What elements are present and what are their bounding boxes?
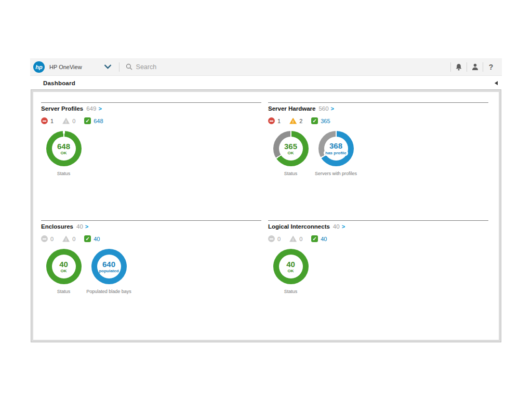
app-name-label: HP OneView	[49, 64, 82, 70]
notifications-bell-icon[interactable]	[451, 58, 467, 76]
status-summary: 0 0 ✓ 40	[41, 235, 261, 242]
donut-value: 640	[102, 260, 115, 269]
status-summary: 1 2 ✓ 365	[268, 117, 488, 124]
panel-title: Server Hardware	[268, 105, 315, 112]
ok-stat[interactable]: ✓ 365	[311, 117, 330, 124]
warning-icon	[62, 118, 70, 124]
critical-stat[interactable]: 1	[41, 117, 54, 124]
donut-caption: Status	[57, 289, 71, 294]
warning-stat: 0	[289, 236, 302, 242]
chevron-right-icon[interactable]: >	[342, 223, 345, 230]
chevron-down-icon[interactable]	[104, 64, 112, 69]
panel-server-profiles: Server Profiles 649 > 1 0 ✓ 648	[41, 102, 261, 176]
donut-center: 640 populated	[97, 255, 121, 278]
divider	[119, 62, 119, 72]
ok-check-icon: ✓	[311, 235, 318, 242]
panel-link-logical-interconnects[interactable]: Logical Interconnects 40 >	[268, 223, 488, 230]
donut-caption: Populated blade bays	[86, 289, 131, 294]
status-donut-block: 40 OK Status	[268, 249, 313, 294]
donut-chart-populated-blade-bays[interactable]: 640 populated	[91, 249, 127, 284]
critical-count: 0	[277, 236, 281, 242]
critical-stat[interactable]: 1	[268, 117, 281, 124]
ok-check-icon: ✓	[84, 117, 91, 124]
panel-divider	[268, 220, 488, 221]
donut-center: 40 OK	[52, 255, 76, 278]
collapse-panel-icon[interactable]	[495, 81, 498, 85]
status-summary: 0 0 ✓ 40	[268, 235, 488, 242]
chevron-right-icon[interactable]: >	[85, 223, 88, 230]
blade-bays-donut-block: 640 populated Populated blade bays	[86, 249, 131, 294]
ok-count: 365	[321, 118, 330, 124]
panel-enclosures: Enclosures 40 > 0 0 ✓ 40	[41, 220, 261, 294]
top-right-icons: ?	[450, 58, 499, 76]
top-bar: hp HP OneView	[30, 58, 502, 76]
status-donut-block: 40 OK Status	[41, 249, 86, 294]
warning-icon	[62, 236, 70, 242]
donut-chart-status[interactable]: 648 OK	[46, 131, 82, 166]
donut-sub-label: has profile	[324, 150, 348, 156]
donut-chart-status[interactable]: 40 OK	[46, 249, 82, 284]
donut-center: 365 OK	[279, 137, 303, 161]
search-icon	[126, 63, 132, 70]
donut-sub-label: OK	[288, 269, 294, 273]
donut-chart-status[interactable]: 365 OK	[273, 131, 309, 166]
chevron-right-icon[interactable]: >	[98, 105, 101, 112]
donut-chart-servers-with-profiles[interactable]: 368 has profile	[318, 131, 354, 166]
critical-stat: 0	[268, 235, 281, 242]
panel-divider	[41, 102, 261, 103]
donut-caption: Status	[284, 289, 298, 294]
ok-stat[interactable]: ✓ 648	[84, 117, 103, 124]
donut-value: 648	[57, 142, 70, 151]
critical-icon	[268, 117, 275, 124]
help-icon[interactable]: ?	[483, 58, 499, 76]
panel-count: 649	[86, 105, 96, 112]
warning-count: 0	[72, 118, 75, 124]
ok-count: 40	[94, 236, 100, 242]
donut-value: 365	[284, 142, 297, 151]
status-donut-block: 365 OK Status	[268, 131, 313, 176]
ok-stat[interactable]: ✓ 40	[84, 235, 100, 242]
app-window: hp HP OneView	[30, 58, 502, 342]
warning-count: 0	[299, 236, 302, 242]
ok-check-icon: ✓	[84, 235, 91, 242]
user-account-icon[interactable]	[467, 58, 483, 76]
panel-link-server-hardware[interactable]: Server Hardware 560 >	[268, 105, 488, 112]
panel-link-enclosures[interactable]: Enclosures 40 >	[41, 223, 261, 230]
warning-icon	[289, 236, 297, 242]
ok-stat[interactable]: ✓ 40	[311, 235, 327, 242]
search-input[interactable]	[136, 63, 250, 71]
warning-icon	[289, 118, 297, 124]
warning-stat[interactable]: 2	[289, 118, 302, 124]
chevron-right-icon[interactable]: >	[331, 105, 334, 112]
panel-divider	[41, 220, 261, 221]
donut-center: 648 OK	[52, 137, 76, 161]
panel-count: 40	[333, 223, 340, 230]
panel-link-server-profiles[interactable]: Server Profiles 649 >	[41, 105, 261, 112]
search-box[interactable]	[126, 63, 250, 71]
donut-value: 368	[329, 142, 342, 150]
panel-logical-interconnects: Logical Interconnects 40 > 0 0 ✓ 40	[268, 220, 488, 294]
critical-stat: 0	[41, 235, 54, 242]
donut-chart-status[interactable]: 40 OK	[273, 249, 309, 284]
panel-title: Logical Interconnects	[268, 223, 330, 230]
donut-caption: Status	[57, 171, 71, 176]
warning-stat: 0	[62, 236, 75, 242]
warning-stat: 0	[62, 118, 75, 124]
page-title-bar: Dashboard	[30, 76, 502, 90]
status-donut-block: 648 OK Status	[41, 131, 86, 176]
ok-check-icon: ✓	[311, 117, 318, 124]
critical-icon	[268, 235, 275, 242]
panel-title: Enclosures	[41, 223, 73, 230]
panel-server-hardware: Server Hardware 560 > 1 2 ✓ 365	[268, 102, 488, 176]
donut-sub-label: OK	[288, 151, 294, 155]
panel-count: 40	[76, 223, 83, 230]
profiles-donut-block: 368 has profile Servers with profiles	[313, 131, 358, 176]
dashboard-content: Server Profiles 649 > 1 0 ✓ 648	[31, 90, 501, 342]
donut-sub-label: OK	[61, 269, 67, 273]
critical-count: 0	[50, 236, 54, 242]
warning-count: 0	[72, 236, 75, 242]
donut-value: 40	[59, 260, 68, 269]
critical-icon	[41, 117, 48, 124]
warning-count: 2	[299, 118, 302, 124]
critical-count: 1	[277, 118, 281, 124]
